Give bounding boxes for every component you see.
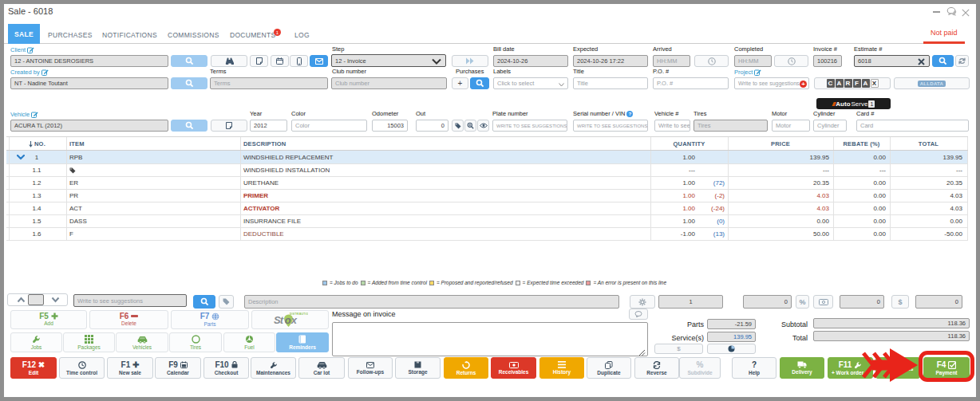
svg-text:St: St (274, 314, 284, 326)
svg-text:x: x (290, 314, 297, 326)
svg-text:o: o (284, 314, 290, 326)
